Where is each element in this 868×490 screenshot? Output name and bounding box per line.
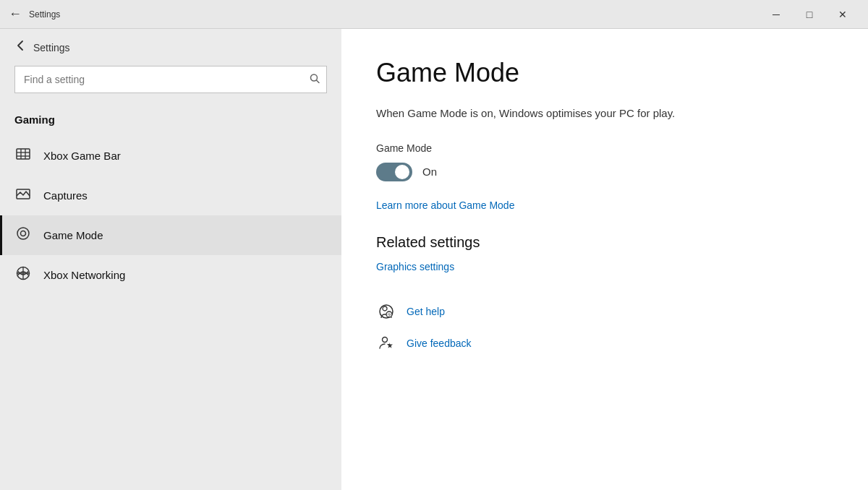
- svg-rect-2: [17, 149, 30, 159]
- sidebar-item-label-xbox-networking: Xbox Networking: [43, 269, 125, 281]
- titlebar-title: Settings: [29, 9, 760, 20]
- toggle-row: On: [376, 163, 833, 181]
- learn-more-link[interactable]: Learn more about Game Mode: [376, 199, 514, 211]
- search-box[interactable]: [14, 66, 327, 93]
- gamemode-icon: [14, 225, 32, 245]
- back-arrow-icon: [14, 39, 27, 56]
- svg-point-14: [383, 306, 387, 311]
- svg-line-1: [317, 80, 320, 83]
- app-body: Settings Gaming: [0, 29, 868, 490]
- svg-point-17: [383, 337, 388, 342]
- game-mode-toggle[interactable]: [376, 163, 412, 181]
- sidebar-back-row[interactable]: Settings: [0, 29, 341, 66]
- get-help-link[interactable]: Get help: [407, 306, 445, 317]
- get-help-icon: ?: [376, 301, 396, 322]
- search-input[interactable]: [14, 66, 327, 93]
- related-settings-title: Related settings: [376, 234, 833, 251]
- description: When Game Mode is on, Windows optimises …: [376, 106, 833, 122]
- sidebar-item-label-game-mode: Game Mode: [43, 229, 103, 241]
- sidebar-item-game-mode[interactable]: Game Mode: [0, 215, 341, 255]
- sidebar-item-xbox-game-bar[interactable]: Xbox Game Bar: [0, 136, 341, 176]
- give-feedback-row[interactable]: Give feedback: [376, 327, 833, 359]
- svg-point-8: [17, 228, 29, 239]
- sidebar-item-xbox-networking[interactable]: Xbox Networking: [0, 255, 341, 295]
- captures-icon: [14, 186, 32, 205]
- sidebar-app-title: Settings: [33, 42, 70, 53]
- title-bar: ← Settings ─ □ ✕: [0, 0, 868, 29]
- svg-point-9: [21, 231, 26, 236]
- main-panel: Game Mode When Game Mode is on, Windows …: [341, 29, 868, 490]
- sidebar-item-label-captures: Captures: [43, 189, 88, 202]
- sidebar-item-label-xbox-game-bar: Xbox Game Bar: [43, 150, 121, 162]
- give-feedback-link[interactable]: Give feedback: [407, 338, 472, 349]
- gamebar-icon: [14, 146, 32, 166]
- game-mode-label: Game Mode: [376, 142, 833, 154]
- graphics-settings-link[interactable]: Graphics settings: [376, 261, 833, 272]
- minimize-button[interactable]: ─: [760, 0, 793, 29]
- svg-text:?: ?: [388, 313, 391, 318]
- page-title: Game Mode: [376, 58, 833, 88]
- titlebar-back-arrow: ←: [9, 7, 22, 22]
- give-feedback-icon: [376, 333, 396, 353]
- maximize-button[interactable]: □: [793, 0, 826, 29]
- close-button[interactable]: ✕: [826, 0, 859, 29]
- get-help-row[interactable]: ? Get help: [376, 296, 833, 327]
- toggle-knob: [395, 165, 409, 179]
- sidebar-item-captures[interactable]: Captures: [0, 176, 341, 215]
- toggle-state-label: On: [422, 166, 437, 178]
- xbox-icon: [14, 265, 32, 285]
- search-icon: [310, 74, 320, 86]
- sidebar: Settings Gaming: [0, 29, 341, 490]
- window-controls: ─ □ ✕: [760, 0, 859, 29]
- section-label: Gaming: [0, 108, 341, 136]
